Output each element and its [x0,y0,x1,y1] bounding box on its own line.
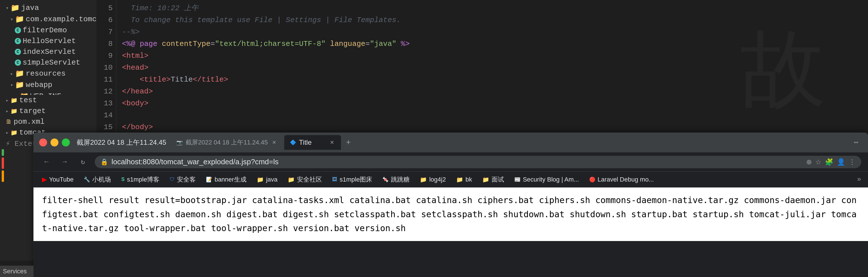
bookmark-security-blog[interactable]: 📰 Security Blog | Am... [510,174,583,185]
tab-label: 截屏2022 04 18 上午11.24.45 [186,138,268,147]
tab-label: Title [299,139,311,146]
code-line-7: --%> [122,26,862,38]
bookmarks-bar: ▶ YouTube 🔧 小机场 S s1mple博客 🛡 安全客 📝 banne… [33,172,868,187]
folder-icon: 📁 [15,69,24,78]
share-icon[interactable]: ⊕ [806,158,812,166]
reload-icon: ↻ [81,158,85,166]
bookmark-banner[interactable]: 📝 banner生成 [202,174,250,185]
bookmark-s1mple-blog[interactable]: S s1mple博客 [117,174,163,185]
line-num: 11 [100,74,113,85]
minimize-window-btn[interactable]: ⋯ [850,136,862,149]
extensions-icon[interactable]: 🧩 [825,158,833,166]
bookmark-label: banner生成 [214,175,247,184]
class-icon: C [15,38,21,44]
tree-item-webapp[interactable]: ▾ 📁 webapp [0,79,96,91]
bookmark-label: s1mple图床 [340,175,372,184]
browser-titlebar: 截屏2022 04 18 上午11.24.45 📷 截屏2022 04 18 上… [33,133,868,152]
bookmark-anquanke[interactable]: 🛡 安全客 [166,174,200,185]
command-output: filter-shell result result=bootstrap.jar… [42,193,860,235]
bookmark-java[interactable]: 📁 java [253,174,281,185]
line-num: 14 [100,109,113,121]
bookmark-mianshi[interactable]: 📁 面试 [478,174,508,185]
page-favicon: 🔷 [290,139,296,146]
line-num: 10 [100,62,113,74]
close-button[interactable] [39,139,47,146]
code-line-12: </head> [122,85,862,97]
window-controls: ⋯ [850,136,862,149]
reload-button[interactable]: ↻ [76,156,89,168]
line-num: 8 [100,38,113,50]
bookmark-label: 面试 [492,175,504,184]
folder-icon: 📁 [482,176,489,183]
back-button[interactable]: ← [40,156,53,168]
line-num: 9 [100,50,113,62]
line-num: 7 [100,26,113,38]
bookmark-laravel[interactable]: 🔴 Laravel Debug mo... [585,174,658,185]
bookmark-label: java [266,176,277,183]
new-tab-button[interactable]: + [342,136,354,149]
forward-button[interactable]: → [58,156,71,168]
indicator-orange [2,171,4,182]
tree-item-target[interactable]: ▸ 📁 target [0,106,96,116]
line-numbers: 5 6 7 8 9 10 11 12 13 14 15 [96,0,116,139]
code-line-15: </body> [122,121,862,133]
tree-item-pom[interactable]: 🗎 pom.xml [0,116,96,127]
line-num: 15 [100,121,113,133]
code-line-13: <body> [122,97,862,109]
tree-item-filterDemo[interactable]: C filterDemo [0,25,96,36]
tree-label: s1mpleServlet [23,58,80,67]
tab-close-button[interactable]: ✕ [271,139,277,146]
tree-item-com-example[interactable]: ▾ 📁 com.example.tomcat [0,13,96,25]
bookmark-label: bk [465,176,472,183]
address-bar[interactable]: 🔒 localhost:8080/tomcat_war_exploded/a.j… [95,156,861,168]
tree-item-java[interactable]: ▾ 📁 java [0,2,96,13]
tree-item-HelloServlet[interactable]: C HelloServlet [0,36,96,46]
bookmark-bk[interactable]: 📁 bk [452,174,476,185]
tab-close-button[interactable]: ✕ [329,139,335,146]
youtube-icon: ▶ [42,176,47,183]
browser-tab-screenshot[interactable]: 📷 截屏2022 04 18 上午11.24.45 ✕ [171,135,283,150]
folder-icon: 📁 [257,176,264,183]
folder-icon: 📁 [10,108,18,115]
menu-icon[interactable]: ⋮ [849,158,856,166]
laravel-icon: 🔴 [589,176,595,183]
line-num: 13 [100,97,113,109]
bookmark-icon[interactable]: ☆ [815,158,822,166]
tree-item-indexServlet[interactable]: C indexServlet [0,46,96,57]
indicator-red [2,158,4,169]
traffic-lights [39,139,70,146]
bookmark-youtube[interactable]: ▶ YouTube [38,174,78,185]
bookmark-anquan-community[interactable]: 📁 安全社区 [284,174,326,185]
bookmark-tiaotiaotang[interactable]: 🍬 跳跳糖 [378,174,413,185]
folder-icon: 📁 [10,3,20,12]
bookmark-label: 小机场 [92,175,111,184]
minimize-button[interactable] [51,139,58,146]
bookmark-s1mple-img[interactable]: 🖼 s1mple图床 [328,174,376,185]
bookmark-xiaojichang[interactable]: 🔧 小机场 [80,174,115,185]
tree-label: pom.xml [13,117,44,126]
folder-icon: 📁 [15,80,24,90]
bookmark-label: 安全客 [177,175,196,184]
folder-icon: 📁 [15,15,24,24]
tree-item-test[interactable]: ▸ 📁 test [0,95,96,106]
blog-icon: 📰 [514,176,521,183]
bookmarks-overflow[interactable]: » [855,176,864,183]
code-content[interactable]: Time: 10:22 上午 To change this template u… [116,0,868,139]
services-bar[interactable]: Services [0,266,33,277]
folder-icon: 📁 [420,176,427,183]
nav-bar: ← → ↻ 🔒 localhost:8080/tomcat_war_explod… [33,152,868,172]
tree-label: webapp [26,81,53,89]
bookmark-label: log4j2 [429,176,446,183]
services-label: Services [3,268,27,275]
browser-tab-title[interactable]: 🔷 Title ✕ [284,135,341,150]
profile-icon[interactable]: 👤 [837,158,845,166]
tree-item-resources[interactable]: ▸ 📁 resources [0,68,96,79]
code-line-8: <%@ page contentType="text/html;charset=… [122,38,862,50]
tab-bar: 📷 截屏2022 04 18 上午11.24.45 ✕ 🔷 Title ✕ + [171,135,845,150]
tree-item-s1mpleServlet[interactable]: C s1mpleServlet [0,57,96,68]
maximize-button[interactable] [62,139,70,146]
bookmark-log4j2[interactable]: 📁 log4j2 [416,174,450,185]
bookmark-label: 跳跳糖 [391,175,410,184]
arrow-icon: ▸ [6,108,9,114]
arrow-icon: ▸ [6,97,9,103]
